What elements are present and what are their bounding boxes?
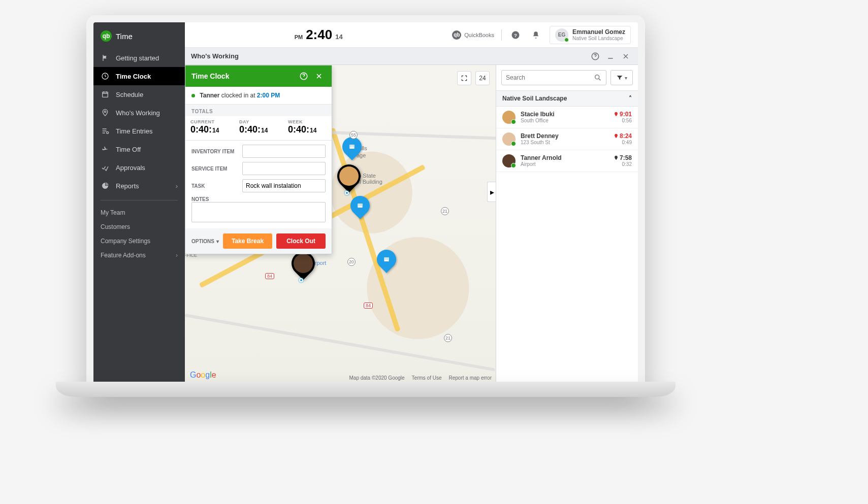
quickbooks-label: QuickBooks (464, 32, 494, 38)
sidebar-sub-company-settings[interactable]: Company Settings (93, 234, 185, 248)
sidebar-item-getting-started[interactable]: Getting started (93, 49, 185, 67)
time-clock-footer: OPTIONS▾ Take Break Clock Out (185, 228, 332, 254)
employee-row[interactable]: Brett Denney 123 South St 8:24 0:49 (496, 128, 638, 150)
total-value: 0:40: (190, 124, 212, 135)
piechart-icon (101, 181, 110, 190)
inventory-input[interactable] (242, 145, 326, 158)
service-label: SERVICE ITEM (191, 166, 238, 172)
sidebar-sub-label: Feature Add-ons (101, 252, 146, 259)
status-text: clocked in at (221, 92, 255, 99)
sidebar-item-time-off[interactable]: Time Off (93, 140, 185, 158)
options-label: OPTIONS (191, 239, 214, 244)
status-name: Tanner (200, 92, 219, 99)
employee-meta: 9:01 0:56 (614, 111, 632, 123)
topbar: PM 2:40 14 qb QuickBooks ? EG Emmanuel G… (185, 22, 638, 48)
chevron-down-icon: ▾ (216, 239, 219, 244)
panel-minimize-button[interactable] (604, 50, 617, 62)
total-label: DAY (239, 119, 278, 124)
chevron-down-icon: ▾ (625, 75, 627, 81)
employee-meta: 8:24 0:49 (614, 132, 632, 145)
employee-panel-top: ▾ (496, 65, 638, 90)
employee-avatar (502, 132, 516, 146)
sidebar-item-time-clock[interactable]: Time Clock (93, 67, 185, 85)
group-name: Native Soil Landscape (502, 95, 567, 102)
right-panel-toggle[interactable]: ▸ (487, 182, 496, 202)
map-zoom-display[interactable]: 24 (475, 71, 490, 85)
total-value: 0:40: (239, 124, 261, 135)
map-report-link[interactable]: Report a map error (449, 375, 492, 381)
sidebar-item-reports[interactable]: Reports › (93, 177, 185, 195)
check-icon (101, 163, 110, 172)
main: PM 2:40 14 qb QuickBooks ? EG Emmanuel G… (185, 22, 638, 384)
employee-time-secondary: 0:56 (614, 118, 632, 123)
clock-out-button[interactable]: Clock Out (276, 233, 326, 249)
map-terms-link[interactable]: Terms of Use (412, 375, 442, 381)
sidebar-sub-customers[interactable]: Customers (93, 220, 185, 234)
divider (501, 29, 502, 41)
sidebar-item-time-entries[interactable]: Time Entries (93, 122, 185, 140)
sidebar-item-label: Approvals (116, 164, 145, 172)
sidebar-item-whos-working[interactable]: Who's Working (93, 104, 185, 122)
employee-info: Brett Denney 123 South St (521, 132, 608, 145)
employee-group-header[interactable]: Native Soil Landscape ˄ (496, 90, 638, 107)
chevron-up-icon: ˄ (629, 95, 632, 102)
options-dropdown[interactable]: OPTIONS▾ (191, 239, 219, 244)
map-legal: Map data ©2020 Google Terms of Use Repor… (349, 375, 492, 381)
search-box[interactable] (501, 70, 606, 85)
time-clock-help-button[interactable] (297, 70, 310, 83)
employee-row[interactable]: Tanner Arnold Airport 7:58 0:32 (496, 150, 638, 172)
totals-row: CURRENT 0:40:14 DAY 0:40:14 WEEK 0:40:14 (185, 116, 332, 141)
pin-icon (101, 108, 110, 117)
user-info: Emmanuel Gomez Native Soil Landscape (572, 28, 625, 41)
search-icon (594, 74, 602, 82)
quickbooks-link[interactable]: qb QuickBooks (452, 30, 494, 40)
panel-help-button[interactable] (589, 50, 601, 62)
current-time: PM 2:40 14 (295, 27, 343, 43)
user-name: Emmanuel Gomez (572, 28, 625, 36)
take-break-button[interactable]: Take Break (223, 233, 272, 249)
svg-point-11 (595, 75, 599, 79)
map[interactable]: Hills age ho State tol Building Airport … (185, 65, 496, 384)
total-seconds: 14 (212, 127, 219, 134)
employee-time-primary: 8:24 (614, 132, 632, 140)
employee-location: South Office (521, 118, 608, 123)
user-org: Native Soil Landscape (572, 36, 625, 41)
map-attribution: Map data ©2020 Google (349, 375, 404, 381)
sidebar-sub-feature-addons[interactable]: Feature Add-ons› (93, 248, 185, 262)
highway-shield: 20 (347, 258, 356, 266)
filter-button[interactable]: ▾ (610, 70, 633, 85)
employee-panel: ▾ Native Soil Landscape ˄ Stacie Ibuki S… (496, 65, 638, 384)
time-clock-close-button[interactable] (312, 70, 326, 83)
sidebar-sub-my-team[interactable]: My Team (93, 206, 185, 220)
content-row: Hills age ho State tol Building Airport … (185, 65, 638, 384)
time-clock-card: Time Clock Tanner clocked in at 2:00 PM (185, 65, 332, 254)
employee-name: Tanner Arnold (521, 154, 608, 161)
map-fullscreen-button[interactable] (457, 71, 471, 85)
app-window: qb Time Getting started Time Clock Sched… (86, 15, 645, 391)
time-ampm: PM (295, 34, 303, 40)
notifications-button[interactable] (529, 28, 542, 42)
notes-input[interactable] (191, 202, 326, 222)
panel-close-button[interactable] (620, 50, 632, 62)
brand-logo: qb (101, 30, 112, 42)
laptop-base (56, 382, 676, 397)
service-input[interactable] (242, 162, 326, 175)
google-logo: Google (190, 371, 216, 380)
highway-shield: 21 (444, 334, 452, 342)
sidebar-item-label: Schedule (116, 91, 143, 98)
employee-row[interactable]: Stacie Ibuki South Office 9:01 0:56 (496, 107, 638, 128)
total-current: CURRENT 0:40:14 (185, 116, 234, 140)
user-menu[interactable]: EG Emmanuel Gomez Native Soil Landscape (550, 26, 631, 44)
employee-time-secondary: 0:49 (614, 140, 632, 145)
task-input[interactable] (242, 179, 326, 192)
sidebar-divider (101, 200, 178, 200)
sidebar-item-label: Getting started (116, 54, 159, 62)
flag-icon (101, 53, 110, 62)
search-input[interactable] (506, 74, 594, 81)
sidebar-item-approvals[interactable]: Approvals (93, 158, 185, 177)
status-time-link[interactable]: 2:00 PM (257, 92, 280, 99)
sidebar-item-label: Who's Working (116, 109, 160, 117)
help-button[interactable]: ? (509, 28, 522, 42)
sidebar-item-schedule[interactable]: Schedule (93, 85, 185, 104)
sidebar-item-label: Reports (116, 182, 139, 190)
